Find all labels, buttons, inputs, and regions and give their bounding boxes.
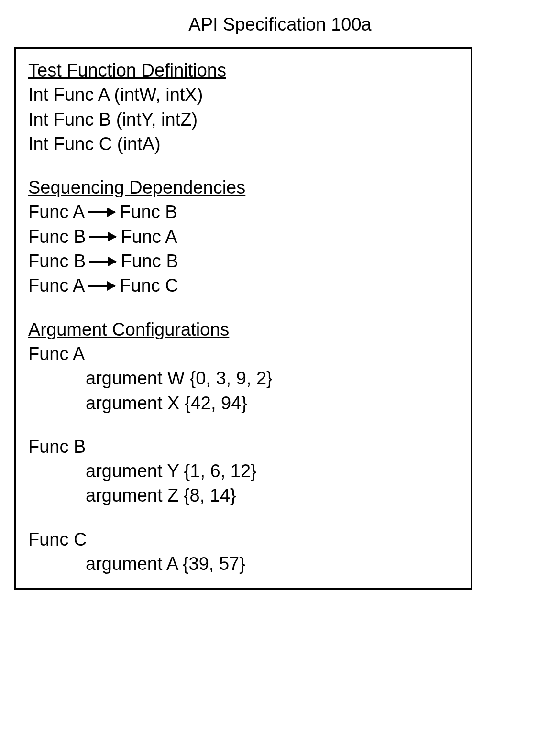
dep-to: Func B bbox=[120, 200, 177, 224]
arguments-heading: Argument Configurations bbox=[28, 317, 459, 342]
arg-line: argument W {0, 3, 9, 2} bbox=[86, 366, 459, 391]
dep-from: Func B bbox=[28, 225, 86, 249]
dep-to: Func A bbox=[121, 225, 177, 249]
arrow-icon bbox=[89, 236, 116, 238]
dependency-row: Func A Func C bbox=[28, 274, 459, 298]
arrow-icon bbox=[89, 261, 116, 263]
dependency-row: Func B Func A bbox=[28, 225, 459, 249]
arrow-icon bbox=[88, 285, 115, 287]
dep-to: Func B bbox=[121, 249, 178, 274]
arg-func-name: Func C bbox=[28, 527, 459, 552]
spec-box: Test Function Definitions Int Func A (in… bbox=[14, 47, 472, 590]
arg-line: argument X {42, 94} bbox=[86, 391, 459, 416]
test-function-def: Int Func A (intW, intX) bbox=[28, 83, 459, 107]
arg-line: argument Y {1, 6, 12} bbox=[86, 459, 459, 483]
sequencing-heading: Sequencing Dependencies bbox=[28, 175, 459, 200]
test-functions-heading: Test Function Definitions bbox=[28, 58, 459, 83]
dependency-row: Func A Func B bbox=[28, 200, 459, 224]
arg-line: argument Z {8, 14} bbox=[86, 483, 459, 508]
dependency-row: Func B Func B bbox=[28, 249, 459, 274]
arg-line: argument A {39, 57} bbox=[86, 552, 459, 576]
dep-from: Func B bbox=[28, 249, 86, 274]
test-function-def: Int Func C (intA) bbox=[28, 132, 459, 156]
test-function-def: Int Func B (intY, intZ) bbox=[28, 108, 459, 132]
arg-func-name: Func B bbox=[28, 435, 459, 459]
dep-from: Func A bbox=[28, 200, 85, 224]
arrow-icon bbox=[88, 211, 115, 213]
dep-to: Func C bbox=[120, 274, 178, 298]
page-title: API Specification 100a bbox=[14, 14, 546, 35]
arg-func-name: Func A bbox=[28, 342, 459, 366]
dep-from: Func A bbox=[28, 274, 85, 298]
